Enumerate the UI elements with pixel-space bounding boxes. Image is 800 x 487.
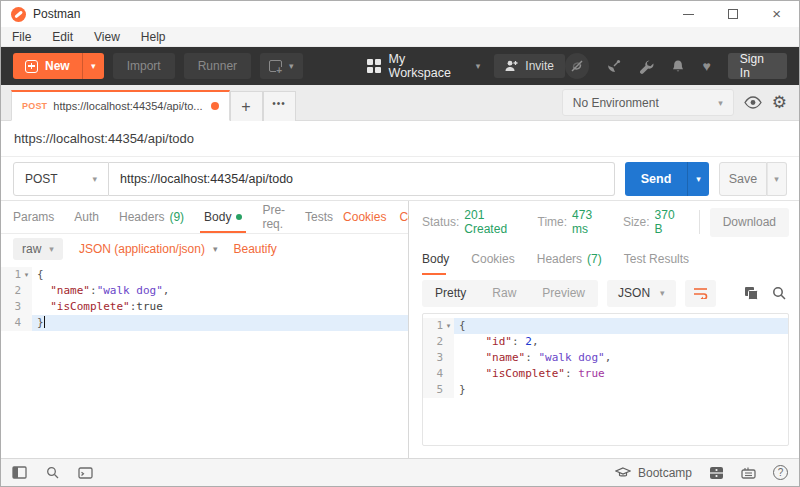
response-format-selector[interactable]: JSON ▾ xyxy=(607,280,676,307)
invite-button[interactable]: Invite xyxy=(494,54,565,78)
response-tab-headers[interactable]: Headers(7) xyxy=(526,243,613,275)
title-bar: Postman × xyxy=(1,1,799,27)
wrap-text-button[interactable] xyxy=(685,280,716,307)
copy-response-icon[interactable] xyxy=(744,286,758,300)
code-line: 4 "isComplete": true xyxy=(423,366,788,382)
environment-selector[interactable]: No Environment ▾ xyxy=(562,89,734,116)
tab-method-badge: POST xyxy=(22,101,47,111)
beautify-link[interactable]: Beautify xyxy=(233,242,276,256)
two-pane-layout-icon[interactable] xyxy=(709,466,724,480)
keyboard-shortcuts-icon[interactable] xyxy=(741,467,756,479)
unsaved-changes-dot xyxy=(211,102,219,110)
cookies-link[interactable]: Cookies xyxy=(343,210,386,224)
response-pane: Status: 201 Created Time: 473 ms Size: 3… xyxy=(409,201,799,458)
view-preview[interactable]: Preview xyxy=(529,286,598,300)
chevron-down-icon: ▾ xyxy=(92,174,97,184)
send-button[interactable]: Send xyxy=(625,162,687,196)
bell-icon[interactable] xyxy=(671,59,685,74)
environment-selected-label: No Environment xyxy=(573,96,659,110)
line-number: 1 xyxy=(428,318,443,334)
body-type-selected: raw xyxy=(22,242,41,256)
environment-quicklook-eye-icon[interactable] xyxy=(744,96,762,109)
request-tab-body[interactable]: Body xyxy=(194,201,252,233)
chevron-down-icon: ▾ xyxy=(213,244,218,254)
content-type-selected: JSON (application/json) xyxy=(79,242,205,256)
workspace-switcher[interactable]: My Workspace ▾ xyxy=(367,52,481,80)
request-pane: ParamsAuthHeaders(9)BodyPre-req.Tests Co… xyxy=(1,201,409,458)
request-tab-auth[interactable]: Auth xyxy=(64,201,109,233)
request-tab-pre-req[interactable]: Pre-req. xyxy=(252,201,295,233)
sync-disabled-icon[interactable] xyxy=(565,53,590,79)
download-button[interactable]: Download xyxy=(710,208,789,237)
menu-edit[interactable]: Edit xyxy=(52,30,73,44)
new-dropdown-caret[interactable]: ▾ xyxy=(82,53,104,79)
console-icon[interactable] xyxy=(78,467,93,479)
save-button[interactable]: Save xyxy=(719,162,767,196)
wrap-text-icon xyxy=(693,287,708,299)
line-number: 2 xyxy=(6,283,21,299)
method-selector[interactable]: POST ▾ xyxy=(13,162,109,196)
view-raw[interactable]: Raw xyxy=(479,286,529,300)
line-gutter: 4 xyxy=(1,315,32,331)
help-icon[interactable]: ? xyxy=(773,465,788,480)
runner-button-label: Runner xyxy=(198,59,237,73)
fold-caret-icon: ▾ xyxy=(443,318,454,334)
new-tab-button[interactable]: + xyxy=(230,91,263,121)
line-gutter: 4 xyxy=(423,366,454,382)
chevron-down-icon: ▾ xyxy=(289,61,294,71)
url-input[interactable]: https://localhost:44354/api/todo xyxy=(109,162,615,196)
maximize-button[interactable] xyxy=(728,9,738,19)
response-tab-cookies[interactable]: Cookies xyxy=(460,243,525,275)
view-pretty[interactable]: Pretty xyxy=(422,286,479,300)
search-response-icon[interactable] xyxy=(772,286,786,300)
request-name: https://localhost:44354/api/todo xyxy=(14,131,194,146)
method-selected-label: POST xyxy=(25,172,58,186)
response-tab-test-results[interactable]: Test Results xyxy=(613,243,700,275)
chevron-down-icon: ▾ xyxy=(660,288,665,298)
import-button[interactable]: Import xyxy=(113,53,175,79)
settings-gear-icon[interactable]: ⚙ xyxy=(772,95,787,111)
heart-icon[interactable]: ♥ xyxy=(702,58,710,74)
menu-view[interactable]: View xyxy=(94,30,120,44)
workspace-name: My Workspace xyxy=(389,52,468,80)
toggle-sidebar-icon[interactable] xyxy=(12,466,27,479)
wrench-icon[interactable] xyxy=(639,59,654,74)
count-badge: (9) xyxy=(169,210,184,224)
content-type-selector[interactable]: JSON (application/json) ▾ xyxy=(79,242,218,256)
new-button[interactable]: New ▾ xyxy=(13,53,104,79)
save-dropdown-caret[interactable]: ▾ xyxy=(767,162,787,196)
sign-in-button[interactable]: Sign In xyxy=(728,53,787,79)
menu-help[interactable]: Help xyxy=(141,30,166,44)
open-request-tab[interactable]: POST https://localhost:44354/api/to... xyxy=(11,90,230,121)
tab-options-button[interactable]: ••• xyxy=(263,91,296,121)
request-tab-headers[interactable]: Headers(9) xyxy=(109,201,194,233)
response-status-row: Status: 201 Created Time: 473 ms Size: 3… xyxy=(409,201,799,243)
code-line: 2 "id": 2, xyxy=(423,334,788,350)
find-icon[interactable] xyxy=(46,466,59,479)
line-gutter: 3 xyxy=(423,350,454,366)
bootcamp-button[interactable]: Bootcamp xyxy=(615,466,692,480)
request-body-editor[interactable]: 1▾{2 "name":"walk dog",3 "isComplete":tr… xyxy=(1,264,408,458)
satellite-icon[interactable] xyxy=(606,58,622,74)
body-type-selector[interactable]: raw ▾ xyxy=(13,238,63,260)
code-line: 2 "name":"walk dog", xyxy=(1,283,408,299)
open-new-window-button[interactable]: ▾ xyxy=(260,53,303,79)
response-body-viewer[interactable]: 1▾{2 "id": 2,3 "name": "walk dog",4 "isC… xyxy=(422,313,789,446)
code-line: 1▾{ xyxy=(423,318,788,334)
send-dropdown-caret[interactable]: ▾ xyxy=(687,162,709,196)
response-view-controls: PrettyRawPreview JSON ▾ xyxy=(409,275,799,311)
app-title: Postman xyxy=(33,7,80,21)
menu-file[interactable]: File xyxy=(12,30,31,44)
request-tab-tests[interactable]: Tests xyxy=(295,201,343,233)
divider xyxy=(699,210,700,234)
chevron-down-icon: ▾ xyxy=(49,244,54,254)
main-toolbar: New ▾ Import Runner ▾ My Workspace ▾ xyxy=(1,47,799,85)
response-tab-body[interactable]: Body xyxy=(422,243,460,275)
request-tab-params[interactable]: Params xyxy=(13,201,64,233)
runner-button[interactable]: Runner xyxy=(184,53,251,79)
minimize-button[interactable] xyxy=(683,14,694,15)
request-name-row: https://localhost:44354/api/todo xyxy=(1,121,799,157)
chevron-down-icon: ▾ xyxy=(476,61,481,71)
close-button[interactable]: × xyxy=(772,9,781,19)
response-format-selected: JSON xyxy=(618,286,650,300)
